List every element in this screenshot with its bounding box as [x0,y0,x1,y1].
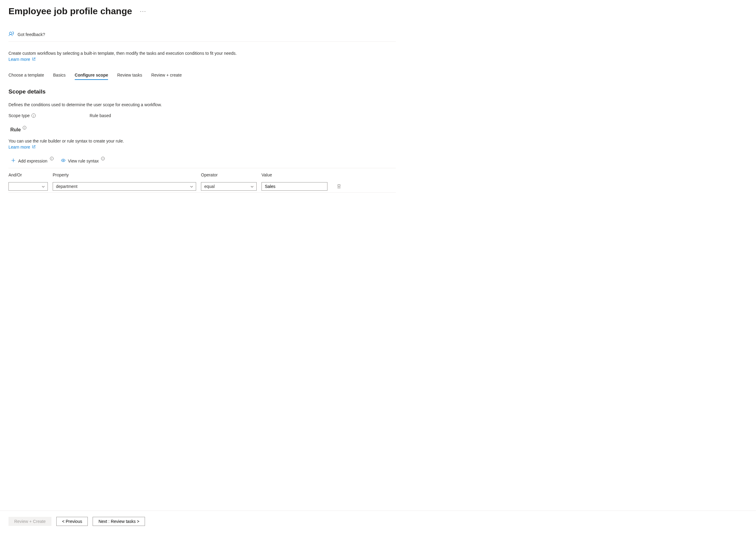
tab-review-tasks[interactable]: Review tasks [117,71,142,79]
svg-point-1 [63,160,64,161]
property-dropdown[interactable]: department [53,182,196,191]
rule-heading: Rule [10,127,21,132]
chevron-down-icon [42,184,45,188]
next-button[interactable]: Next : Review tasks > [93,517,145,526]
chevron-down-icon [250,184,254,188]
rule-row: department equal [9,180,396,193]
wizard-tabs: Choose a template Basics Configure scope… [9,71,396,79]
scope-type-label: Scope type [9,113,30,118]
rule-desc: You can use the rule builder or rule syn… [9,139,396,143]
learn-more-link[interactable]: Learn more [9,57,36,62]
scope-details-desc: Defines the conditions used to determine… [9,102,396,107]
info-icon[interactable]: i [32,113,36,118]
tab-configure-scope[interactable]: Configure scope [75,71,108,79]
eye-icon [61,158,66,164]
feedback-bar[interactable]: Got feedback? [9,28,396,42]
rule-learn-more-label: Learn more [9,145,30,150]
learn-more-label: Learn more [9,57,30,62]
property-value: department [56,184,77,189]
rule-learn-more-link[interactable]: Learn more [9,145,36,150]
col-header-and-or: And/Or [9,173,48,177]
review-create-button: Review + Create [9,517,51,526]
tab-review-create[interactable]: Review + create [151,71,182,79]
col-header-value: Value [262,173,327,177]
operator-value: equal [204,184,214,189]
feedback-label: Got feedback? [17,32,45,37]
tab-basics[interactable]: Basics [53,71,66,79]
and-or-dropdown[interactable] [9,182,48,191]
trash-icon [337,184,341,189]
add-expression-label: Add expression [18,158,47,163]
col-header-property: Property [53,173,196,177]
view-rule-syntax-button[interactable]: View rule syntax i [61,158,105,164]
page-title: Employee job profile change [9,6,132,16]
scope-details-heading: Scope details [9,88,396,95]
delete-row-button[interactable] [332,184,346,189]
view-rule-syntax-label: View rule syntax [68,158,99,163]
external-link-icon [32,57,36,62]
wizard-footer: Review + Create < Previous Next : Review… [0,511,756,535]
col-header-operator: Operator [201,173,257,177]
external-link-icon [32,145,36,150]
operator-dropdown[interactable]: equal [201,182,257,191]
previous-button[interactable]: < Previous [56,517,88,526]
info-icon[interactable]: i [101,157,105,160]
plus-icon [11,158,16,164]
value-input[interactable] [262,182,327,191]
add-expression-button[interactable]: Add expression i [11,158,54,164]
chevron-down-icon [190,184,193,188]
info-icon[interactable]: i [50,157,54,160]
intro-text: Create custom workflows by selecting a b… [9,51,396,56]
info-icon[interactable]: i [23,126,26,129]
feedback-icon [9,31,14,38]
scope-type-value: Rule based [90,113,111,118]
svg-point-0 [9,32,12,35]
tab-choose-template[interactable]: Choose a template [9,71,44,79]
more-actions-button[interactable]: ··· [138,7,148,16]
